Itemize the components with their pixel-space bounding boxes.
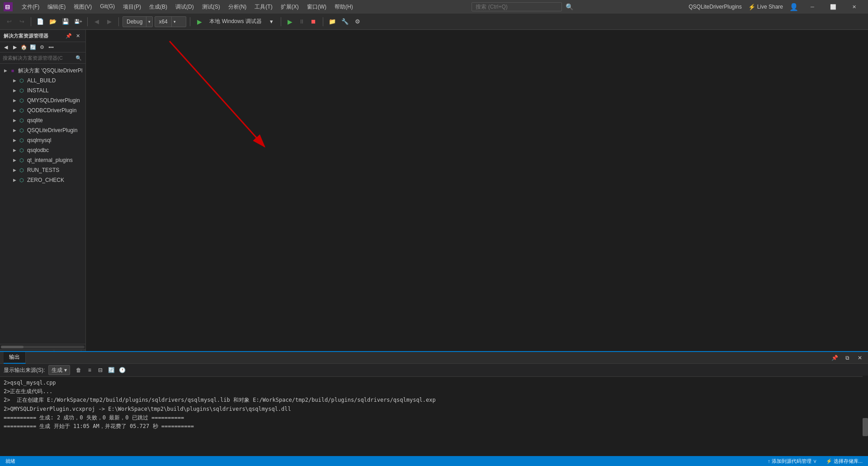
sidebar-search-icon[interactable]: 🔍 (75, 54, 83, 62)
config-label: Debug (123, 19, 146, 25)
toolbar-extra1[interactable]: ⚙ (352, 16, 363, 27)
menu-build[interactable]: 生成(B) (146, 1, 171, 13)
platform-dropdown[interactable]: x64 ▾ (155, 16, 186, 27)
tree-item-qsqlodbc[interactable]: ▶ ⬡ qsqlodbc (0, 145, 85, 155)
menu-help[interactable]: 帮助(H) (331, 1, 357, 13)
output-sync-btn[interactable]: 🔄 (106, 365, 116, 375)
liveshare-button[interactable]: ⚡ Live Share (745, 3, 786, 11)
tree-item-qsqlite[interactable]: ▶ ⬡ qsqlite (0, 115, 85, 125)
minimize-button[interactable]: ─ (802, 0, 823, 14)
toolbar: ↩ ↪ 📄 📂 💾 💾+ ◀ ▶ Debug ▾ x64 ▾ ▶ 本地 Wind… (0, 14, 868, 30)
search-icon: 🔍 (566, 3, 573, 10)
restore-button[interactable]: ⬜ (823, 0, 844, 14)
run-button[interactable]: ▶ (194, 16, 205, 27)
back-button[interactable]: ◀ (91, 16, 102, 27)
undo-button[interactable]: ↩ (4, 16, 14, 27)
menu-view[interactable]: 视图(V) (70, 1, 95, 13)
save-button[interactable]: 💾 (60, 16, 71, 27)
tree-item-install[interactable]: ▶ ⬡ INSTALL (0, 86, 85, 95)
expand-arrow-qsqlodbc: ▶ (11, 147, 18, 154)
forward-button[interactable]: ▶ (104, 16, 115, 27)
menu-project[interactable]: 项目(P) (119, 1, 145, 13)
output-float-button[interactable]: ⧉ (843, 353, 852, 362)
user-icon[interactable]: 👤 (789, 3, 798, 11)
sidebar-forward-btn[interactable]: ▶ (11, 43, 19, 51)
properties-button[interactable]: 🔧 (340, 16, 350, 27)
global-search-input[interactable] (472, 2, 562, 11)
tree-item-runtests[interactable]: ▶ ⬡ RUN_TESTS (0, 165, 85, 175)
editor-area (86, 30, 868, 361)
menu-extensions[interactable]: 扩展(X) (277, 1, 302, 13)
menu-test[interactable]: 测试(S) (198, 1, 224, 13)
output-vscroll-thumb (863, 418, 868, 436)
redo-button[interactable]: ↪ (16, 16, 27, 27)
sidebar-horizontal-scrollbar[interactable] (0, 344, 85, 349)
menu-debug[interactable]: 调试(D) (172, 1, 198, 13)
config-dropdown[interactable]: Debug ▾ (123, 16, 153, 27)
tree-item-qmysql[interactable]: ▶ ⬡ QMYSQLDriverPlugin (0, 95, 85, 105)
output-filter-btn[interactable]: ⊟ (95, 365, 105, 375)
sidebar-back-btn[interactable]: ◀ (2, 43, 10, 51)
sidebar-search-input[interactable] (3, 55, 73, 61)
new-file-button[interactable]: 📄 (35, 16, 46, 27)
solution-icon: ■ (9, 67, 16, 74)
solution-root-item[interactable]: ▶ ■ 解决方案 'QSQLiteDriverPl (0, 66, 85, 76)
menu-file[interactable]: 文件(F) (18, 1, 43, 13)
separator-4 (190, 17, 190, 26)
menu-analyze[interactable]: 分析(N) (225, 1, 250, 13)
expand-arrow-allbuild: ▶ (11, 77, 18, 84)
solution-explorer-button[interactable]: 📁 (327, 16, 338, 27)
proj-icon-qtinternal: ⬡ (18, 157, 25, 164)
output-close-button[interactable]: ✕ (855, 353, 864, 362)
output-vertical-scrollbar[interactable] (863, 376, 868, 446)
separator-6 (323, 17, 323, 26)
tree-item-qtinternal[interactable]: ▶ ⬡ qt_internal_plugins (0, 155, 85, 165)
liveshare-label: Live Share (757, 4, 783, 10)
debug-stop-button[interactable]: ⏹ (308, 16, 319, 27)
close-button[interactable]: ✕ (844, 0, 864, 14)
tree-item-allbuild[interactable]: ▶ ⬡ ALL_BUILD (0, 76, 85, 86)
run-label-area[interactable]: 本地 Windows 调试器 (207, 16, 264, 27)
output-pin-button[interactable]: 📌 (830, 353, 839, 362)
menu-bar: 文件(F) 编辑(E) 视图(V) Git(G) 项目(P) 生成(B) 调试(… (18, 1, 357, 13)
save-all-button[interactable]: 💾+ (73, 16, 84, 27)
separator-2 (87, 17, 88, 26)
sidebar-extra-btn[interactable]: ••• (47, 43, 55, 51)
menu-git[interactable]: Git(G) (96, 1, 118, 13)
menu-tools[interactable]: 工具(T) (251, 1, 276, 13)
run-dropdown-arrow[interactable]: ▾ (266, 16, 277, 27)
menu-window[interactable]: 窗口(W) (303, 1, 330, 13)
solution-expand-arrow: ▶ (2, 67, 9, 74)
solution-tree: ▶ ■ 解决方案 'QSQLiteDriverPl ▶ ⬡ ALL_BUILD … (0, 64, 85, 344)
tree-item-qsqliteplugin[interactable]: ▶ ⬡ QSQLiteDriverPlugin (0, 125, 85, 135)
platform-label: x64 (155, 19, 171, 25)
status-ready[interactable]: 就绪 (4, 458, 17, 465)
output-clock-btn[interactable]: 🕐 (117, 365, 127, 375)
sidebar-home-btn[interactable]: 🏠 (20, 43, 28, 51)
output-clear-btn[interactable]: 🗑 (74, 365, 84, 375)
sidebar-settings-btn[interactable]: ⚙ (38, 43, 46, 51)
output-tab-main[interactable]: 输出 (4, 352, 26, 364)
label-install: INSTALL (27, 87, 49, 94)
tree-item-qodbc[interactable]: ▶ ⬡ QODBCDriverPlugin (0, 105, 85, 115)
sidebar-pin-button[interactable]: 📌 (65, 32, 73, 40)
status-source-control[interactable]: ↑ 添加到源代码管理 ∨ (766, 458, 819, 465)
tree-item-zerocheck[interactable]: ▶ ⬡ ZERO_CHECK (0, 175, 85, 185)
sidebar-title: 解决方案资源管理器 (4, 33, 48, 39)
menu-edit[interactable]: 编辑(E) (44, 1, 69, 13)
debug-start-button[interactable]: ▶ (285, 16, 296, 27)
output-wrap-btn[interactable]: ≡ (85, 365, 94, 375)
debug-pause-button[interactable]: ⏸ (297, 16, 307, 27)
expand-arrow-install: ▶ (11, 87, 18, 94)
status-repo[interactable]: ⚡ 选择存储库... (824, 458, 864, 465)
tree-item-qsqlmysql[interactable]: ▶ ⬡ qsqlmysql (0, 135, 85, 145)
sidebar-sync-btn[interactable]: 🔄 (29, 43, 37, 51)
expand-arrow-qodbc: ▶ (11, 107, 18, 114)
open-file-button[interactable]: 📂 (47, 16, 58, 27)
sidebar-close-button[interactable]: ✕ (74, 32, 82, 40)
config-dropdown-arrow: ▾ (146, 17, 152, 27)
solution-explorer-panel: 解决方案资源管理器 📌 ✕ ◀ ▶ 🏠 🔄 ⚙ ••• 🔍 ▶ (0, 30, 86, 361)
proj-icon-zerocheck: ⬡ (18, 176, 25, 184)
proj-icon-runtests: ⬡ (18, 166, 25, 174)
output-source-dropdown[interactable]: 生成 ▾ (48, 365, 70, 375)
